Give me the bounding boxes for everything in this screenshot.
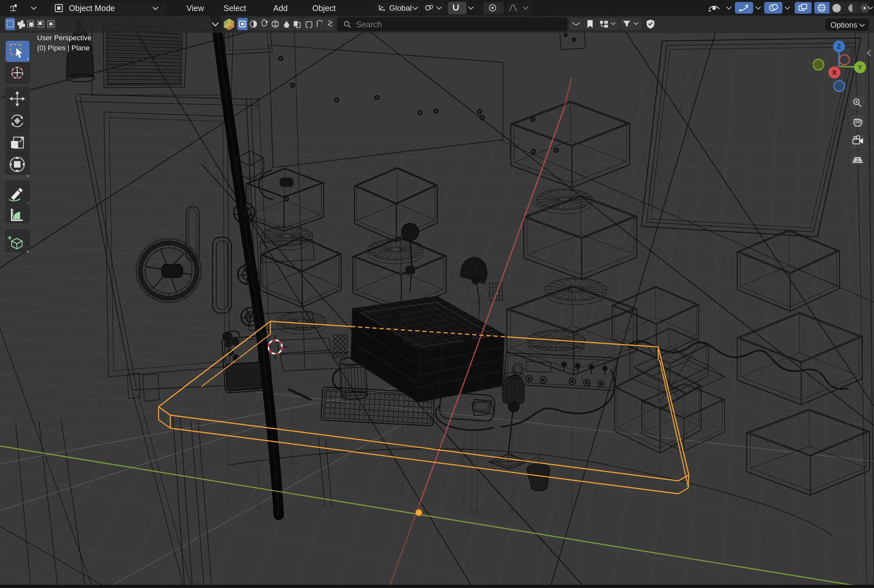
svg-text:Y: Y (858, 64, 862, 71)
svg-text:X: X (832, 69, 837, 76)
svg-text:Z: Z (837, 43, 841, 50)
